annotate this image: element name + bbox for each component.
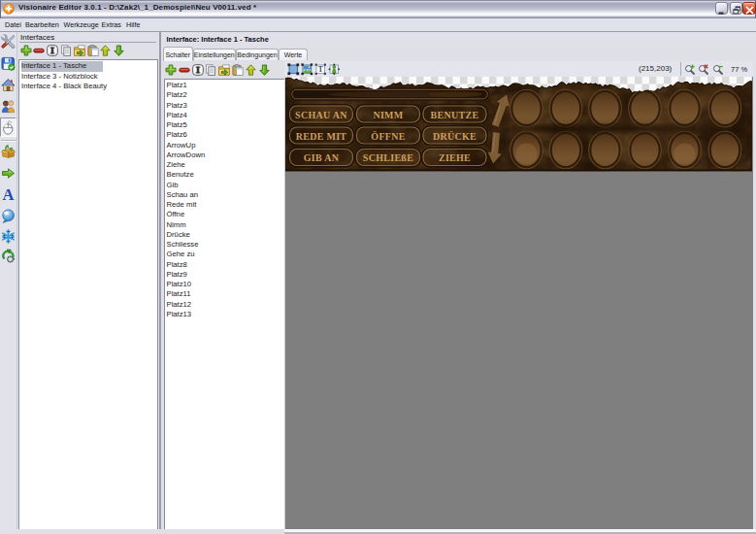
svg-text:NIMM: NIMM: [373, 110, 403, 120]
svg-text:SCHAU AN: SCHAU AN: [295, 110, 347, 120]
svg-text:ÖFFNE: ÖFFNE: [371, 130, 405, 142]
svg-text:T: T: [318, 65, 323, 74]
svg-text:A: A: [2, 187, 14, 202]
svg-text:SCHLIEßE: SCHLIEßE: [362, 152, 412, 163]
svg-text:GIB AN: GIB AN: [303, 152, 339, 163]
svg-text:BENUTZE: BENUTZE: [430, 110, 478, 120]
svg-text:REDE MIT: REDE MIT: [295, 131, 346, 142]
svg-text:ZIEHE: ZIEHE: [438, 152, 470, 163]
svg-text:DRÜCKE: DRÜCKE: [432, 130, 476, 142]
